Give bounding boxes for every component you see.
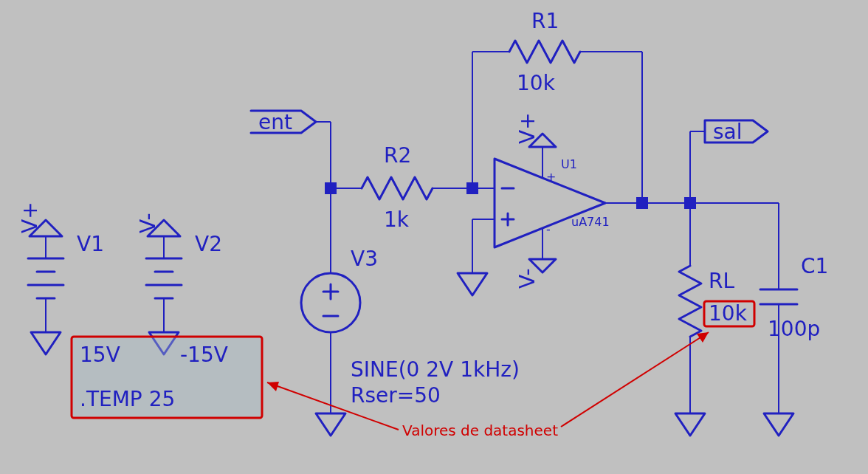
u1-ref: U1 bbox=[561, 157, 577, 171]
v1-value: 15V bbox=[80, 343, 120, 367]
rl-ref: RL bbox=[709, 269, 734, 293]
u1-vminus: V- bbox=[515, 268, 540, 289]
component-v3: V3 SINE(0 2V 1kHz) Rser=50 bbox=[301, 188, 520, 436]
svg-marker-57 bbox=[697, 332, 709, 343]
svg-marker-48 bbox=[675, 413, 705, 436]
opamp-plus-ground bbox=[458, 219, 487, 295]
spice-directive: .TEMP 25 bbox=[80, 387, 175, 411]
v3-params1: SINE(0 2V 1kHz) bbox=[351, 357, 520, 382]
v3-params2: Rser=50 bbox=[351, 383, 441, 408]
component-v2: V- V2 bbox=[136, 213, 222, 354]
r2-ref: R2 bbox=[384, 143, 411, 168]
svg-text:-: - bbox=[546, 222, 551, 236]
netlabel-ent: ent bbox=[251, 110, 331, 188]
v1-netlabel: V+ bbox=[18, 202, 42, 233]
v2-value: -15V bbox=[180, 343, 228, 367]
svg-marker-53 bbox=[764, 413, 793, 436]
svg-marker-20 bbox=[316, 413, 345, 436]
component-c1: C1 100p bbox=[760, 203, 828, 436]
r2-value: 1k bbox=[384, 207, 410, 232]
v3-ref: V3 bbox=[351, 247, 378, 271]
svg-text:+: + bbox=[546, 170, 556, 184]
c1-ref: C1 bbox=[801, 254, 828, 278]
annotation-text: Valores de datasheet bbox=[402, 422, 558, 439]
r1-ref: R1 bbox=[531, 9, 559, 33]
svg-point-15 bbox=[301, 273, 360, 332]
schematic-canvas: V+ V1 V- V2 V3 SINE(0 2V 1kHz) Rser=50 e… bbox=[0, 0, 868, 474]
netlabel-ent-text: ent bbox=[258, 110, 292, 134]
rl-value: 10k bbox=[709, 301, 748, 326]
u1-vplus: V+ bbox=[515, 112, 540, 144]
v1-ref: V1 bbox=[77, 232, 104, 256]
svg-marker-6 bbox=[31, 332, 61, 354]
component-r2: R2 1k bbox=[331, 143, 472, 232]
c1-value: 100p bbox=[768, 317, 820, 341]
r1-value: 10k bbox=[517, 71, 556, 95]
u1-model: uA741 bbox=[571, 215, 610, 229]
component-r1: R1 10k bbox=[472, 9, 642, 203]
svg-marker-41 bbox=[458, 273, 487, 295]
component-v1: V+ V1 bbox=[18, 202, 104, 354]
v2-ref: V2 bbox=[195, 232, 222, 256]
svg-marker-55 bbox=[267, 382, 279, 391]
v2-netlabel: V- bbox=[136, 213, 160, 233]
component-u1-opamp: + V+ - V- U1 uA741 bbox=[472, 112, 642, 289]
netlabel-sal-text: sal bbox=[713, 120, 743, 144]
netlabel-sal: sal bbox=[690, 120, 768, 203]
